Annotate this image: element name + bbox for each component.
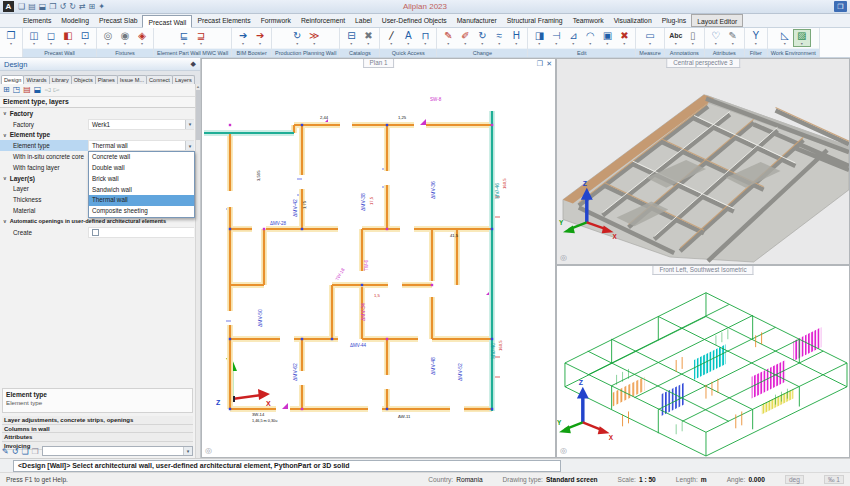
viewport-isometric[interactable]: Z Y X Front Left, Southwest Isometric ◎ <box>556 265 850 458</box>
viewport-title-isometric[interactable]: Front Left, Southwest Isometric <box>652 266 753 275</box>
copy-element-icon[interactable]: ◨▾ <box>531 30 547 46</box>
undo-icon[interactable]: ↺ <box>59 2 66 12</box>
create-checkbox[interactable] <box>92 229 99 236</box>
redo-icon[interactable]: ↻ <box>69 2 76 12</box>
copy-between-documents-icon[interactable]: ⇄ <box>79 2 86 12</box>
stretch-icon[interactable]: ≈▾ <box>491 30 507 46</box>
menu-tab-precast-wall[interactable]: Precast Wall <box>142 15 192 28</box>
dropdown-option-thermal-wall[interactable]: Thermal wall <box>89 195 194 206</box>
palette-tab-planes[interactable]: Planes <box>95 75 118 84</box>
property-value-element-type[interactable]: Thermal wall▾ <box>88 140 194 151</box>
palette-forward-icon[interactable]: ▻ <box>54 85 60 95</box>
catalog-icon[interactable]: ⊟▾ <box>343 30 359 46</box>
wall-draw-icon[interactable]: ◧▾ <box>60 30 76 46</box>
catalog-tools-icon[interactable]: ✖▾ <box>360 30 376 46</box>
viewport-title-perspective[interactable]: Central perspective 3 <box>666 59 740 68</box>
property-value-factory[interactable]: Werk1▾ <box>88 119 194 130</box>
palette-match-tool-icon[interactable]: ◳ <box>13 85 21 95</box>
palette-tab-library[interactable]: Library <box>49 75 72 84</box>
palette-section-layer-adjustments-concrete-strips-openings[interactable]: Layer adjustments, concrete strips, open… <box>2 416 193 425</box>
status-field-country[interactable]: Country:Romania <box>428 476 482 483</box>
palette-tab-layers[interactable]: Layers <box>172 75 195 84</box>
production-run-icon[interactable]: ≫▾ <box>306 30 322 46</box>
window-menu-button[interactable]: ❐ <box>834 1 847 12</box>
property-group-element-type[interactable]: ∨Element type <box>0 130 200 141</box>
palette-section-attributes[interactable]: Attributes <box>2 433 193 442</box>
maximize-viewport-icon[interactable]: ❒ <box>537 60 543 68</box>
palette-tab-issue-m[interactable]: Issue M... <box>117 75 147 84</box>
measure-icon[interactable]: ▭▾ <box>642 30 658 46</box>
dropdown-option-brick-wall[interactable]: Brick wall <box>89 174 194 185</box>
status-field-deg[interactable]: deg <box>785 475 804 484</box>
height-icon[interactable]: H▾ <box>508 30 524 46</box>
menu-tab-reinforcement[interactable]: Reinforcement <box>296 14 350 27</box>
menu-tab-plug-ins[interactable]: Plug-ins <box>657 14 692 27</box>
property-value-create[interactable] <box>88 227 194 238</box>
new-document-icon[interactable]: ❏ <box>18 2 25 12</box>
save-favorite-action-icon[interactable]: ❒ <box>32 447 39 456</box>
close-viewport-icon[interactable]: ✕ <box>546 60 552 68</box>
scroll-up-icon[interactable]: ▲ <box>196 84 200 89</box>
mirror-icon[interactable]: ◠▾ <box>582 30 598 46</box>
assign-attributes-icon[interactable]: ✎▾ <box>725 30 741 46</box>
palette-element-tool-icon[interactable]: ▤ <box>23 85 31 95</box>
open-project-icon[interactable]: ▤ <box>28 2 36 12</box>
bim-export-icon[interactable]: ➔▾ <box>235 30 251 46</box>
favorites-icon[interactable]: ♡▾ <box>708 30 724 46</box>
production-update-icon[interactable]: ↻▾ <box>289 30 305 46</box>
filter-icon[interactable]: Y▾ <box>748 30 764 46</box>
status-field-1[interactable]: ‰ 1 <box>824 475 844 484</box>
bim-import-icon[interactable]: ➔▾ <box>252 30 268 46</box>
combo-arrow-icon[interactable]: ▾ <box>185 120 194 129</box>
dropdown-option-concrete-wall[interactable]: Concrete wall <box>89 152 194 163</box>
element-part-wall-icon[interactable]: ⊑▾ <box>176 30 192 46</box>
menu-tab-modeling[interactable]: Modeling <box>56 14 94 27</box>
modify-points-icon[interactable]: ✐▾ <box>457 30 473 46</box>
menu-tab-layout-editor[interactable]: Layout Editor <box>691 14 743 27</box>
property-group-factory[interactable]: ∨Factory <box>0 108 200 119</box>
precast-wall-main-icon[interactable]: ❐▾ <box>3 30 19 46</box>
menu-tab-teamwork[interactable]: Teamwork <box>568 14 609 27</box>
palette-tab-design[interactable]: Design <box>1 75 24 84</box>
menu-tab-label[interactable]: Label <box>350 14 377 27</box>
palette-tab-connect[interactable]: Connect <box>146 75 173 84</box>
load-favorite-action-icon[interactable]: ❏ <box>21 447 28 456</box>
menu-tab-precast-elements[interactable]: Precast Elements <box>192 14 255 27</box>
wall-edit-icon[interactable]: ◻▾ <box>43 30 59 46</box>
reset-action-icon[interactable]: ↺ <box>12 447 19 456</box>
viewport-perspective[interactable]: Z Y X Central perspective 3 ◎ <box>556 58 850 265</box>
update-element-icon[interactable]: ↻▾ <box>474 30 490 46</box>
menu-tab-visualization[interactable]: Visualization <box>609 14 657 27</box>
dropdown-option-composite-sheeting[interactable]: Composite sheeting <box>89 206 194 217</box>
label-sheet-icon[interactable]: ▯▾ <box>685 30 701 46</box>
mwc-wall-icon[interactable]: ⊒▾ <box>193 30 209 46</box>
edit-pencil-icon[interactable]: ✎▾ <box>440 30 456 46</box>
text-icon[interactable]: A▾ <box>400 30 416 46</box>
dropdown-option-sandwich-wall[interactable]: Sandwich wall <box>89 185 194 196</box>
print-icon[interactable]: ❒ <box>49 2 56 12</box>
palette-scrollbar[interactable]: ▲ <box>195 84 200 458</box>
combo-arrow-icon[interactable]: ▾ <box>183 447 192 455</box>
status-field-scale[interactable]: Scale:1 : 50 <box>618 476 656 483</box>
fixture-modify-icon[interactable]: ◉▾ <box>117 30 133 46</box>
palette-favorite-tool-icon[interactable]: ⬓ <box>34 85 42 95</box>
environment-active-icon[interactable]: ▨▾ <box>794 30 810 46</box>
palette-tab-objects[interactable]: Objects <box>71 75 96 84</box>
options-icon[interactable]: ✦ <box>98 2 105 12</box>
fixture-add-icon[interactable]: ◈▾ <box>134 30 150 46</box>
dimension-line-icon[interactable]: ⊓▾ <box>417 30 433 46</box>
wall-panel-icon[interactable]: ◫▾ <box>26 30 42 46</box>
line-icon[interactable]: ╱▾ <box>383 30 399 46</box>
stamp-icon[interactable]: ▣▾ <box>599 30 615 46</box>
menu-tab-precast-slab[interactable]: Precast Slab <box>94 14 143 27</box>
status-field-drawing-type[interactable]: Drawing type:Standard screen <box>503 476 598 483</box>
annotation-text-icon[interactable]: Abc▾ <box>668 30 684 46</box>
status-field-length[interactable]: Length:m <box>676 476 707 483</box>
apply-action-icon[interactable]: ✎ <box>2 447 9 456</box>
palette-back-icon[interactable]: ◅ <box>44 85 50 95</box>
wall-point-icon[interactable]: ⊡▾ <box>77 30 93 46</box>
project-settings-icon[interactable]: ⊞ <box>89 2 96 12</box>
angle-icon[interactable]: ⊿▾ <box>565 30 581 46</box>
navigation-target-icon[interactable]: ◎ <box>560 446 567 455</box>
align-icon[interactable]: ⊣▾ <box>548 30 564 46</box>
